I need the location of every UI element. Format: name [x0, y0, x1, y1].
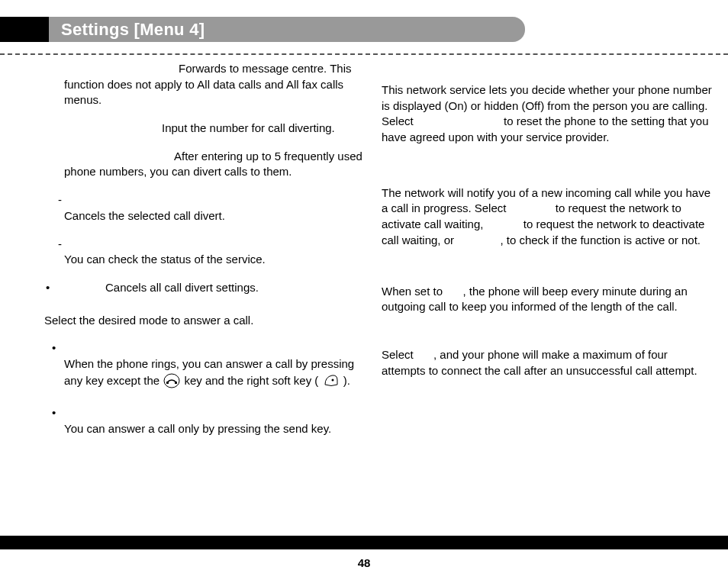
call-waiting-text: The network will notify you of a new inc… [382, 185, 713, 249]
view-status-body: You can check the status of the service. [64, 252, 368, 268]
caller-id-text: This network service lets you decide whe… [382, 82, 713, 146]
call-wait-d: , to check if the function is active or … [500, 234, 701, 246]
dash-marker: - [58, 237, 67, 253]
dash-marker: - [58, 192, 67, 208]
right-column: This network service lets you decide whe… [382, 61, 713, 517]
left-column: Forwards to message centre. This functio… [37, 61, 368, 517]
favourite-number-text: After entering up to 5 frequently used p… [64, 149, 368, 180]
bullet-marker: • [46, 280, 55, 296]
other-number-text: Input the number for call diverting. [64, 121, 368, 137]
cancel-body: Cancels the selected call divert. [64, 208, 368, 224]
voicemail-centre-text: Forwards to message centre. This functio… [64, 61, 368, 108]
content-columns: Forwards to message centre. This functio… [37, 61, 713, 517]
redial-b: , and your phone will make a maximum of … [382, 348, 697, 377]
anykey-text-c: ). [343, 374, 350, 387]
end-key-icon [163, 372, 181, 394]
auto-redial-text: Select , and your phone will make a maxi… [382, 347, 713, 378]
minute-a: When set to [382, 285, 446, 298]
header-gray-block: Settings [Menu 4] [49, 17, 525, 42]
minute-minder-text: When set to , the phone will beep every … [382, 284, 713, 315]
sendonly-body: You can answer a call only by pressing t… [64, 421, 368, 437]
header-black-block [0, 17, 49, 42]
header-bar: Settings [Menu 4] [0, 17, 525, 42]
anykey-text-b: key and the right soft key ( [184, 374, 321, 387]
cancel-label [67, 192, 368, 208]
caller-id-b: to reset the phone to the setting that y… [382, 114, 709, 143]
anykey-body: When the phone rings, you can answer a c… [64, 356, 368, 393]
divider-dashed [0, 53, 728, 55]
redial-a: Select [382, 348, 417, 361]
svg-point-3 [331, 378, 333, 381]
anykey-label [66, 340, 69, 356]
soft-key-icon [322, 372, 340, 394]
footer-bar [0, 536, 728, 549]
svg-rect-1 [166, 382, 169, 384]
page-number: 48 [0, 556, 728, 569]
sendonly-label [66, 405, 69, 421]
view-status-label [67, 237, 368, 253]
svg-point-0 [164, 374, 179, 388]
answer-mode-heading: Select the desired mode to answer a call… [44, 313, 368, 329]
svg-rect-2 [175, 382, 177, 384]
page-title: Settings [Menu 4] [61, 20, 205, 40]
bullet-marker: • [52, 340, 61, 356]
bullet-marker: • [52, 405, 61, 421]
cancel-all-text: Cancels all call divert settings. [105, 281, 259, 294]
